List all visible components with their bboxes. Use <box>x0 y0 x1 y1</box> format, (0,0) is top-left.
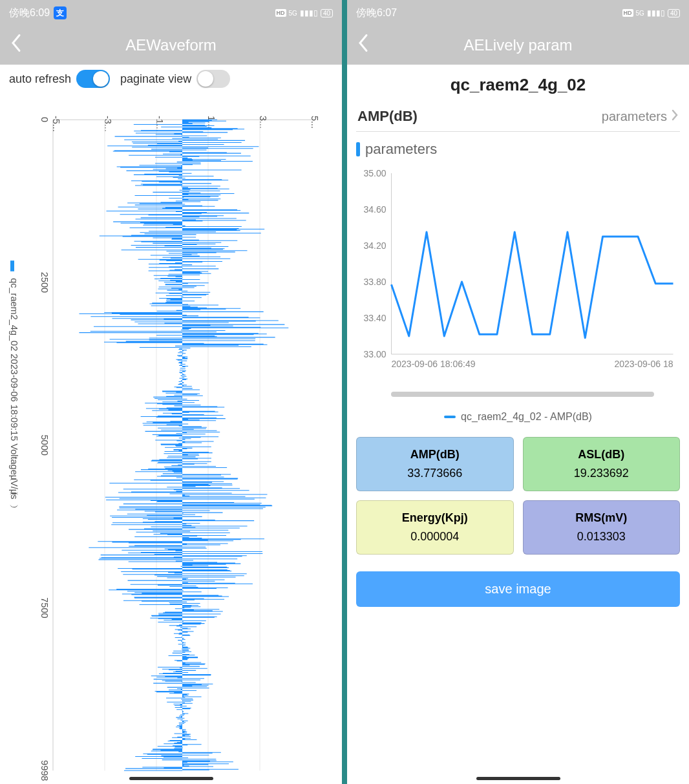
section-bar-icon <box>356 142 360 156</box>
parameters-selector[interactable]: parameters <box>602 109 679 124</box>
svg-text:33.80: 33.80 <box>363 277 386 287</box>
battery-icon: 40 <box>668 9 680 17</box>
svg-text:9998: 9998 <box>39 760 50 781</box>
status-time: 傍晚6:09 <box>9 6 50 20</box>
svg-text:2023-09-06 18:06:49: 2023-09-06 18:06:49 <box>392 359 476 369</box>
back-button[interactable] <box>355 32 372 59</box>
metric-cards: AMP(dB)33.773666ASL(dB)19.233692Energy(K… <box>356 437 680 555</box>
save-button-label: save image <box>485 582 551 596</box>
metric-key: RMS(mV) <box>529 511 675 525</box>
svg-text:2500: 2500 <box>39 272 50 293</box>
signal-icon: ▮▮▮▯ <box>647 8 665 17</box>
svg-text:qc_raem2_4g_02 2023-09-06 18:0: qc_raem2_4g_02 2023-09-06 18:09:15 Volta… <box>9 278 19 508</box>
svg-text:-1...: -1... <box>154 116 165 132</box>
hd-icon: HD <box>275 9 286 17</box>
metric-value: 0.000004 <box>362 530 508 544</box>
svg-text:34.20: 34.20 <box>363 240 386 251</box>
metric-value: 0.013303 <box>529 530 675 544</box>
metric-value: 33.773666 <box>362 467 508 480</box>
paginate-label: paginate view <box>120 72 191 86</box>
status-bar: 傍晚6:07 HD 5G ▮▮▮▯ 40 <box>347 0 689 26</box>
selected-metric: AMP(dB) <box>357 108 418 125</box>
svg-text:3...: 3... <box>258 116 268 129</box>
svg-text:35.00: 35.00 <box>363 168 386 178</box>
phone-left: 傍晚6:09 支 HD 5G ▮▮▮▯ 40 AEWaveform auto r… <box>0 0 342 784</box>
device-name: qc_raem2_4g_02 <box>356 75 680 95</box>
legend-swatch-icon <box>444 416 456 418</box>
chart-legend: qc_raem2_4g_02 - AMP(dB) <box>356 411 680 423</box>
svg-text:2023-09-06 18: 2023-09-06 18 <box>614 359 673 369</box>
svg-text:5000: 5000 <box>39 435 50 456</box>
metric-key: ASL(dB) <box>529 448 675 461</box>
svg-text:7500: 7500 <box>39 597 50 618</box>
net-label: 5G <box>289 10 297 17</box>
svg-text:0: 0 <box>39 117 50 122</box>
toggle-row: auto refresh paginate view <box>0 65 342 93</box>
metric-value: 19.233692 <box>529 467 675 480</box>
status-right: HD 5G ▮▮▮▯ 40 <box>622 8 680 17</box>
metric-key: AMP(dB) <box>362 448 508 461</box>
metric-key: Energy(Kpj) <box>362 511 508 525</box>
battery-icon: 40 <box>321 9 333 17</box>
screen-divider <box>342 0 347 784</box>
page-title: AEWaveform <box>125 36 216 54</box>
svg-text:1...: 1... <box>206 116 217 129</box>
status-bar: 傍晚6:09 支 HD 5G ▮▮▮▯ 40 <box>0 0 342 26</box>
chevron-right-icon <box>671 109 679 124</box>
legend-text: qc_raem2_4g_02 - AMP(dB) <box>461 411 592 423</box>
section-title: parameters <box>365 141 437 158</box>
status-right: HD 5G ▮▮▮▯ 40 <box>275 8 333 17</box>
svg-text:-5...: -5... <box>51 116 61 132</box>
paginate-switch[interactable] <box>196 70 230 88</box>
svg-text:34.60: 34.60 <box>363 204 386 215</box>
line-chart[interactable]: 33.0033.4033.8034.2034.6035.002023-09-06… <box>356 167 680 380</box>
chart-scrollbar[interactable] <box>391 392 654 397</box>
metric-card[interactable]: RMS(mV)0.013303 <box>523 500 681 555</box>
metric-card[interactable]: Energy(Kpj)0.000004 <box>356 500 514 555</box>
metric-card[interactable]: ASL(dB)19.233692 <box>523 437 681 491</box>
net-label: 5G <box>636 10 644 17</box>
auto-refresh-label: auto refresh <box>9 72 71 86</box>
home-indicator[interactable] <box>129 777 213 780</box>
nav-bar: AEWaveform <box>0 26 342 65</box>
svg-text:-3...: -3... <box>103 116 113 132</box>
page-title: AELively param <box>463 36 572 54</box>
waveform-chart[interactable]: -5...-3...-1...1...3...5...0250050007500… <box>0 93 342 784</box>
auto-refresh-switch[interactable] <box>76 70 110 88</box>
right-content: qc_raem2_4g_02 AMP(dB) parameters parame… <box>347 65 689 784</box>
svg-text:33.40: 33.40 <box>363 313 386 323</box>
metric-card[interactable]: AMP(dB)33.773666 <box>356 437 514 491</box>
alipay-icon: 支 <box>54 6 67 19</box>
svg-text:33.00: 33.00 <box>363 349 386 359</box>
status-time: 傍晚6:07 <box>356 6 397 20</box>
signal-icon: ▮▮▮▯ <box>300 8 318 17</box>
hd-icon: HD <box>622 9 633 17</box>
metric-selector-row: AMP(dB) parameters <box>356 104 680 132</box>
home-indicator[interactable] <box>476 777 560 780</box>
svg-text:5...: 5... <box>310 116 320 129</box>
section-header: parameters <box>356 141 680 158</box>
phone-right: 傍晚6:07 HD 5G ▮▮▮▯ 40 AELively param qc_r… <box>347 0 689 784</box>
svg-rect-15 <box>10 260 14 271</box>
save-image-button[interactable]: save image <box>356 571 680 607</box>
selector-label: parameters <box>602 109 667 124</box>
nav-bar: AELively param <box>347 26 689 65</box>
back-button[interactable] <box>8 32 25 59</box>
